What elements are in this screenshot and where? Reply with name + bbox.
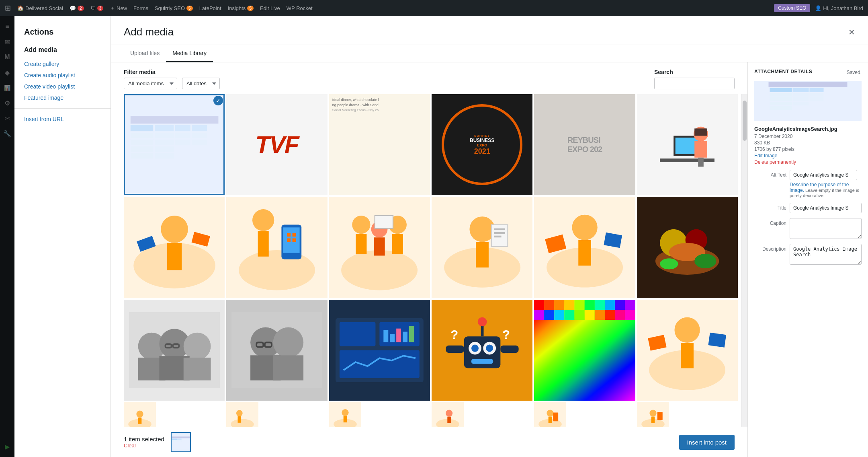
insert-from-url-link[interactable]: Insert from URL bbox=[14, 113, 111, 125]
filter-date-select[interactable]: All dates bbox=[182, 78, 220, 89]
grid-scroll-wrapper: ✓ TVF Ideal dinner, what chocolate lng p… bbox=[111, 94, 747, 427]
latepoint-item[interactable]: LatePoint bbox=[199, 5, 221, 11]
comments-count[interactable]: 💬 2 bbox=[70, 5, 84, 11]
caption-field-row: Caption bbox=[754, 218, 862, 239]
media-item[interactable]: ✓ bbox=[124, 94, 225, 195]
svg-rect-11 bbox=[155, 139, 174, 144]
svg-point-66 bbox=[660, 258, 678, 269]
svg-rect-149 bbox=[549, 417, 552, 423]
media-item[interactable]: TVF bbox=[226, 94, 327, 195]
svg-rect-115 bbox=[595, 300, 605, 310]
media-item[interactable] bbox=[226, 402, 258, 427]
tab-media-library[interactable]: Media Library bbox=[166, 45, 213, 62]
media-item[interactable] bbox=[637, 402, 669, 427]
alt-text-input[interactable] bbox=[790, 170, 857, 180]
media-item[interactable] bbox=[226, 197, 327, 298]
modal-footer: 1 item selected Clear bbox=[111, 427, 747, 457]
media-item[interactable] bbox=[329, 300, 430, 401]
create-gallery-link[interactable]: Create gallery bbox=[14, 58, 111, 70]
svg-rect-173 bbox=[793, 102, 809, 105]
media-item[interactable]: ? ? bbox=[432, 300, 532, 401]
user-greeting[interactable]: 👤 Hi, Jonathan Bird bbox=[815, 5, 863, 11]
attachment-filename: GoogleAnalyticsImageSearch.jpg bbox=[754, 126, 862, 132]
speech-count[interactable]: 🗨 3 bbox=[90, 5, 104, 11]
svg-rect-28 bbox=[167, 243, 182, 270]
tab-upload-files[interactable]: Upload files bbox=[124, 45, 166, 62]
actions-heading: Actions bbox=[14, 24, 111, 45]
svg-rect-13 bbox=[192, 139, 207, 144]
featured-image-link[interactable]: Featured image bbox=[14, 92, 111, 103]
scrollbar-thumb[interactable] bbox=[743, 101, 747, 141]
admin-bar: ⊞ 🏠 Delivered Social 💬 2 🗨 3 ＋ New Forms… bbox=[0, 0, 868, 16]
wp-logo[interactable]: ⊞ bbox=[5, 4, 11, 12]
description-textarea[interactable]: Google Analytics Image Search bbox=[790, 244, 862, 265]
edit-live-item[interactable]: Edit Live bbox=[260, 5, 280, 11]
media-item[interactable] bbox=[534, 402, 566, 427]
attachment-date: 7 December 2020 bbox=[754, 134, 862, 139]
svg-rect-117 bbox=[615, 300, 625, 310]
svg-rect-124 bbox=[585, 310, 595, 320]
alt-text-help: Describe the purpose of the image. Leave… bbox=[790, 182, 862, 198]
create-video-link[interactable]: Create video playlist bbox=[14, 81, 111, 92]
svg-rect-53 bbox=[494, 232, 505, 234]
media-item[interactable] bbox=[637, 197, 738, 298]
insights-item[interactable]: Insights 5 bbox=[228, 5, 254, 11]
media-item[interactable] bbox=[124, 300, 225, 401]
media-item[interactable] bbox=[124, 197, 225, 298]
svg-point-136 bbox=[136, 411, 143, 418]
alt-text-describe-link[interactable]: Describe the purpose of the image. bbox=[790, 182, 849, 193]
insert-into-post-button[interactable]: Insert into post bbox=[679, 435, 735, 450]
svg-rect-109 bbox=[534, 300, 544, 310]
modal-title: Add media bbox=[124, 26, 174, 38]
search-input[interactable] bbox=[654, 78, 735, 89]
media-item[interactable] bbox=[534, 300, 635, 401]
caption-textarea[interactable] bbox=[790, 218, 862, 239]
filter-type-select[interactable]: All media items Images Audio Video bbox=[124, 78, 177, 89]
new-item[interactable]: ＋ New bbox=[110, 4, 127, 12]
media-grid-scroll[interactable]: ✓ TVF Ideal dinner, what chocolate lng p… bbox=[111, 94, 741, 427]
media-item[interactable] bbox=[329, 197, 430, 298]
svg-rect-112 bbox=[565, 300, 575, 310]
svg-rect-167 bbox=[793, 93, 809, 97]
wp-rocket-item[interactable]: WP Rocket bbox=[287, 5, 313, 11]
modal-close-button[interactable]: ✕ bbox=[848, 28, 855, 36]
svg-rect-121 bbox=[555, 310, 565, 320]
svg-rect-47 bbox=[375, 216, 393, 228]
filter-type-group: Filter media All media items Images Audi… bbox=[124, 69, 177, 89]
forms-item[interactable]: Forms bbox=[133, 5, 148, 11]
svg-rect-39 bbox=[292, 238, 296, 242]
media-item[interactable]: REYBUSIEXPO 202 bbox=[534, 94, 635, 195]
svg-rect-17 bbox=[155, 153, 174, 158]
svg-rect-162 bbox=[769, 82, 848, 87]
svg-rect-156 bbox=[172, 436, 191, 438]
svg-rect-133 bbox=[648, 335, 666, 351]
site-name[interactable]: 🏠 Delivered Social bbox=[17, 5, 63, 11]
svg-rect-137 bbox=[138, 418, 142, 424]
media-item[interactable] bbox=[226, 300, 327, 401]
grid-scrollbar[interactable] bbox=[741, 94, 747, 427]
filter-bar: Filter media All media items Images Audi… bbox=[111, 62, 747, 94]
edit-image-link[interactable]: Edit Image bbox=[754, 153, 862, 159]
svg-rect-24 bbox=[694, 128, 707, 136]
media-item[interactable] bbox=[637, 94, 738, 195]
media-item[interactable] bbox=[329, 402, 361, 427]
clear-selection-link[interactable]: Clear bbox=[124, 443, 164, 449]
delete-permanently-link[interactable]: Delete permanently bbox=[754, 159, 862, 165]
media-item[interactable] bbox=[637, 300, 738, 401]
custom-seo-button[interactable]: Custom SEO bbox=[774, 4, 810, 12]
title-input[interactable] bbox=[790, 203, 862, 213]
squirrly-item[interactable]: Squirrly SEO 5 bbox=[155, 5, 193, 11]
svg-rect-164 bbox=[793, 88, 809, 92]
create-audio-link[interactable]: Create audio playlist bbox=[14, 70, 111, 81]
svg-rect-52 bbox=[494, 228, 505, 231]
svg-rect-146 bbox=[447, 417, 451, 423]
media-item[interactable]: Ideal dinner, what chocolate lng people … bbox=[329, 94, 430, 195]
search-group: Search bbox=[654, 69, 735, 89]
media-item[interactable] bbox=[432, 197, 532, 298]
svg-rect-93 bbox=[403, 332, 407, 342]
media-item[interactable] bbox=[432, 402, 464, 427]
media-item[interactable] bbox=[534, 197, 635, 298]
media-item[interactable] bbox=[124, 402, 156, 427]
media-item[interactable]: SURREY BUSINESS EXPO 2021 bbox=[432, 94, 532, 195]
selected-info: 1 item selected Clear bbox=[124, 432, 191, 452]
